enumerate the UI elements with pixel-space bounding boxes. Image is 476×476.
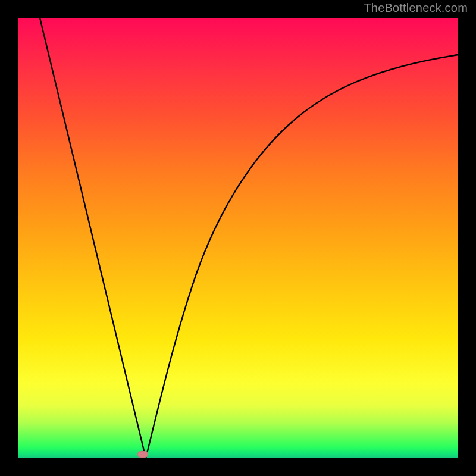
bottleneck-curve — [18, 18, 458, 458]
curve-left-branch — [40, 18, 146, 458]
watermark-text: TheBottleneck.com — [364, 1, 468, 15]
plot-area — [18, 18, 458, 458]
curve-right-branch — [146, 55, 458, 458]
optimum-marker — [137, 451, 148, 458]
chart-frame: TheBottleneck.com — [0, 0, 476, 476]
